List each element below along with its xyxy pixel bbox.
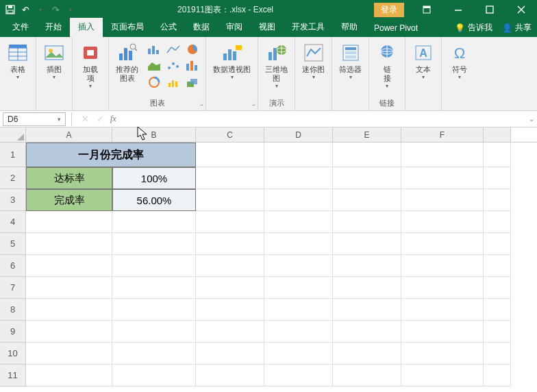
- area-chart-icon[interactable]: [145, 58, 163, 73]
- cell[interactable]: [484, 167, 511, 189]
- cell[interactable]: [196, 211, 264, 233]
- illustrations-button[interactable]: 插图▾: [40, 39, 68, 80]
- combo-chart-icon[interactable]: [184, 75, 201, 90]
- cell[interactable]: [484, 255, 511, 277]
- cell[interactable]: [401, 167, 484, 189]
- cell[interactable]: [26, 365, 112, 387]
- link-button[interactable]: 链 接▾: [373, 39, 401, 89]
- cell[interactable]: [333, 143, 401, 167]
- cell[interactable]: [196, 299, 264, 321]
- cell[interactable]: [484, 211, 511, 233]
- cell[interactable]: [333, 233, 401, 255]
- cell[interactable]: [333, 299, 401, 321]
- cell[interactable]: [112, 255, 196, 277]
- col-header-blank[interactable]: [484, 127, 511, 142]
- cell[interactable]: [264, 299, 333, 321]
- tab-layout[interactable]: 页面布局: [103, 18, 152, 37]
- col-header-B[interactable]: B: [112, 127, 196, 142]
- tables-button[interactable]: 表格▾: [4, 39, 32, 80]
- login-button[interactable]: 登录: [374, 3, 404, 17]
- pivot-chart-button[interactable]: 数据透视图▾: [210, 39, 253, 80]
- cell[interactable]: [264, 277, 333, 299]
- cell[interactable]: [401, 211, 484, 233]
- cell[interactable]: [112, 343, 196, 365]
- col-header-E[interactable]: E: [333, 127, 401, 142]
- cell[interactable]: [196, 167, 264, 189]
- tab-view[interactable]: 视图: [251, 18, 284, 37]
- cell[interactable]: [112, 277, 196, 299]
- cell[interactable]: [196, 343, 264, 365]
- maximize-icon[interactable]: [474, 0, 505, 19]
- row-header[interactable]: 8: [0, 299, 26, 321]
- cell[interactable]: [112, 365, 196, 387]
- cell[interactable]: [484, 143, 511, 167]
- surface-chart-icon[interactable]: [145, 75, 163, 90]
- cell-B3[interactable]: 56.00%: [112, 189, 196, 211]
- row-header[interactable]: 6: [0, 255, 26, 277]
- cell[interactable]: [401, 343, 484, 365]
- save-icon[interactable]: [4, 3, 16, 16]
- cell[interactable]: [401, 189, 484, 211]
- cell[interactable]: [484, 233, 511, 255]
- cell[interactable]: [264, 343, 333, 365]
- cell[interactable]: [401, 233, 484, 255]
- cell[interactable]: [401, 143, 484, 167]
- cell[interactable]: [196, 189, 264, 211]
- cell[interactable]: [264, 233, 333, 255]
- bar-chart-icon[interactable]: [145, 42, 163, 57]
- cell[interactable]: [401, 277, 484, 299]
- ribbon-display-icon[interactable]: [411, 0, 442, 19]
- 3d-map-button[interactable]: 三维地 图▾: [262, 39, 290, 89]
- filters-button[interactable]: 筛选器▾: [336, 39, 364, 80]
- sparklines-button[interactable]: 迷你图▾: [299, 39, 327, 80]
- cell[interactable]: [484, 299, 511, 321]
- tab-help[interactable]: 帮助: [333, 18, 366, 37]
- tell-me[interactable]: 💡告诉我: [455, 22, 492, 34]
- tab-data[interactable]: 数据: [185, 18, 218, 37]
- cell[interactable]: [264, 321, 333, 343]
- cell[interactable]: [196, 233, 264, 255]
- cell[interactable]: [264, 167, 333, 189]
- cell[interactable]: [484, 277, 511, 299]
- cell[interactable]: [333, 343, 401, 365]
- minimize-icon[interactable]: [442, 0, 474, 19]
- cell[interactable]: [264, 211, 333, 233]
- cell[interactable]: [264, 365, 333, 387]
- cell[interactable]: [401, 299, 484, 321]
- tab-file[interactable]: 文件: [4, 18, 37, 37]
- cell[interactable]: [26, 321, 112, 343]
- cell[interactable]: [484, 189, 511, 211]
- expand-formula-icon[interactable]: ⌄: [529, 115, 534, 123]
- col-header-C[interactable]: C: [196, 127, 264, 142]
- symbols-button[interactable]: Ω符号▾: [446, 39, 473, 80]
- cell[interactable]: [26, 277, 112, 299]
- row-header[interactable]: 3: [0, 189, 26, 211]
- row-header[interactable]: 7: [0, 277, 26, 299]
- cell[interactable]: [333, 255, 401, 277]
- tab-formulas[interactable]: 公式: [152, 18, 185, 37]
- cell[interactable]: [333, 189, 401, 211]
- cell[interactable]: [196, 255, 264, 277]
- cell[interactable]: [333, 277, 401, 299]
- undo-more-icon[interactable]: ▾: [34, 3, 47, 16]
- cell[interactable]: [484, 343, 511, 365]
- cell[interactable]: [26, 343, 112, 365]
- cell-A3[interactable]: 完成率: [26, 189, 112, 211]
- row-header[interactable]: 11: [0, 365, 26, 387]
- cell[interactable]: [333, 321, 401, 343]
- formula-input[interactable]: [116, 112, 537, 126]
- cell[interactable]: [26, 255, 112, 277]
- select-all-corner[interactable]: [0, 127, 26, 142]
- cell[interactable]: [264, 255, 333, 277]
- addins-button[interactable]: 加载 项▾: [77, 39, 104, 89]
- tab-insert[interactable]: 插入: [70, 18, 103, 37]
- cell[interactable]: [264, 143, 333, 167]
- cell-B2[interactable]: 100%: [112, 167, 196, 189]
- cancel-formula-icon[interactable]: ✕: [77, 114, 92, 124]
- share-button[interactable]: 👤共享: [502, 22, 532, 34]
- row-header[interactable]: 1: [0, 143, 26, 167]
- name-box[interactable]: D6▾: [3, 112, 66, 126]
- cell-A1[interactable]: 一月份完成率: [26, 143, 196, 167]
- redo-icon[interactable]: ↷: [49, 3, 62, 16]
- tab-powerpivot[interactable]: Power Pivot: [366, 20, 426, 37]
